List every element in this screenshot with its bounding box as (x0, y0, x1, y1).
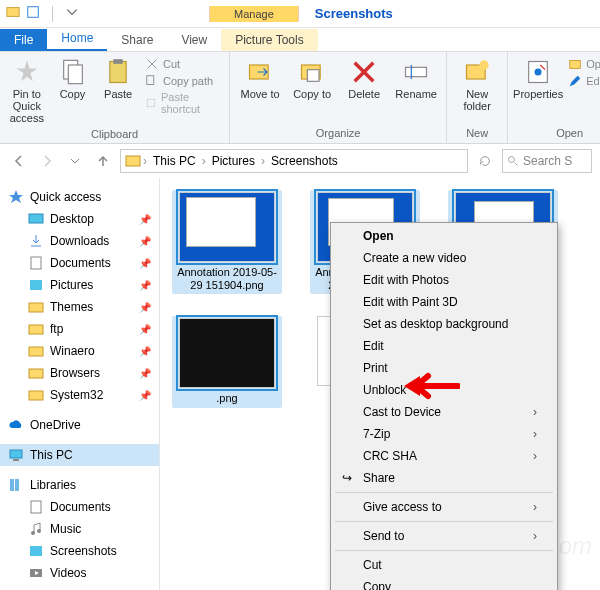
chevron-right-icon: › (533, 405, 537, 419)
file-name: Annotation 2019-05-29 151904.png (174, 266, 280, 292)
menu-create-video[interactable]: Create a new video (333, 247, 555, 269)
file-name: .png (216, 392, 237, 405)
open-button[interactable]: Open ▾ (566, 56, 600, 72)
breadcrumb-thispc[interactable]: This PC (149, 154, 200, 168)
pin-icon: 📌 (139, 302, 151, 313)
qat-properties-icon[interactable] (26, 5, 40, 22)
nav-quick-access[interactable]: Quick access (0, 186, 159, 208)
file-item[interactable]: .png (172, 316, 282, 407)
copy-label: Copy (60, 88, 86, 100)
chevron-right-icon: › (533, 500, 537, 514)
menu-copy[interactable]: Copy (333, 576, 555, 590)
pin-quick-access-button[interactable]: Pin to Quick access (6, 56, 48, 126)
cut-button[interactable]: Cut (143, 56, 223, 72)
copy-path-button[interactable]: Copy path (143, 73, 223, 89)
pin-icon: 📌 (139, 214, 151, 225)
menu-separator (335, 550, 553, 551)
file-item[interactable]: Annotation 2019-05-29 151904.png (172, 190, 282, 294)
breadcrumb-pictures[interactable]: Pictures (208, 154, 259, 168)
delete-button[interactable]: Delete (340, 56, 388, 102)
context-menu: Open Create a new video Edit with Photos… (330, 222, 558, 590)
menu-crc-sha[interactable]: CRC SHA› (333, 445, 555, 467)
breadcrumb-screenshots[interactable]: Screenshots (267, 154, 342, 168)
breadcrumb[interactable]: › This PC › Pictures › Screenshots (120, 149, 468, 173)
move-to-button[interactable]: Move to (236, 56, 284, 102)
nav-ftp[interactable]: ftp📌 (0, 318, 159, 340)
nav-lib-music[interactable]: Music (0, 518, 159, 540)
tab-home[interactable]: Home (47, 27, 107, 51)
menu-share[interactable]: ↪Share (333, 467, 555, 489)
forward-button (36, 150, 58, 172)
svg-rect-29 (10, 450, 22, 458)
svg-rect-24 (29, 303, 43, 312)
nav-lib-documents[interactable]: Documents (0, 496, 159, 518)
nav-lib-screenshots[interactable]: Screenshots (0, 540, 159, 562)
svg-rect-27 (29, 369, 43, 378)
nav-system32[interactable]: System32📌 (0, 384, 159, 406)
new-folder-button[interactable]: New folder (453, 56, 501, 114)
edit-button[interactable]: Edit (566, 73, 600, 89)
menu-separator (335, 492, 553, 493)
svg-point-34 (31, 531, 35, 535)
paste-shortcut-button[interactable]: Paste shortcut (143, 90, 223, 116)
menu-send-to[interactable]: Send to› (333, 525, 555, 547)
menu-edit-photos[interactable]: Edit with Photos (333, 269, 555, 291)
app-icon (6, 5, 20, 22)
tab-view[interactable]: View (167, 29, 221, 51)
menu-open[interactable]: Open (333, 225, 555, 247)
menu-cut[interactable]: Cut (333, 554, 555, 576)
paste-button[interactable]: Paste (97, 56, 139, 102)
window-title: Screenshots (315, 6, 393, 21)
contextual-tab-header: Manage (209, 6, 299, 22)
search-input[interactable]: Search S (502, 149, 592, 173)
thumbnail (179, 318, 275, 388)
nav-pictures[interactable]: Pictures📌 (0, 274, 159, 296)
back-button[interactable] (8, 150, 30, 172)
rename-button[interactable]: Rename (392, 56, 440, 102)
svg-rect-17 (570, 61, 581, 69)
qat-divider (52, 6, 53, 22)
nav-this-pc[interactable]: This PC (0, 444, 159, 466)
menu-set-background[interactable]: Set as desktop background (333, 313, 555, 335)
pin-icon: 📌 (139, 280, 151, 291)
nav-libraries[interactable]: Libraries (0, 474, 159, 496)
svg-point-35 (37, 529, 41, 533)
chevron-right-icon[interactable]: › (202, 154, 206, 168)
nav-winaero[interactable]: Winaero📌 (0, 340, 159, 362)
copy-to-button[interactable]: Copy to (288, 56, 336, 102)
svg-rect-10 (307, 70, 319, 82)
menu-edit[interactable]: Edit (333, 335, 555, 357)
menu-7zip[interactable]: 7-Zip› (333, 423, 555, 445)
refresh-button[interactable] (474, 150, 496, 172)
nav-desktop[interactable]: Desktop📌 (0, 208, 159, 230)
svg-line-20 (515, 163, 518, 166)
menu-print[interactable]: Print (333, 357, 555, 379)
nav-browsers[interactable]: Browsers📌 (0, 362, 159, 384)
recent-button[interactable] (64, 150, 86, 172)
tab-picture-tools[interactable]: Picture Tools (221, 29, 317, 51)
menu-edit-paint3d[interactable]: Edit with Paint 3D (333, 291, 555, 313)
menu-unblock[interactable]: Unblock (333, 379, 555, 401)
svg-point-16 (535, 69, 542, 76)
up-button[interactable] (92, 150, 114, 172)
nav-downloads[interactable]: Downloads📌 (0, 230, 159, 252)
nav-onedrive[interactable]: OneDrive (0, 414, 159, 436)
properties-button[interactable]: Properties (514, 56, 562, 102)
tab-file[interactable]: File (0, 29, 47, 51)
svg-rect-11 (406, 67, 427, 76)
tab-share[interactable]: Share (107, 29, 167, 51)
svg-rect-23 (30, 280, 42, 290)
menu-cast-to-device[interactable]: Cast to Device› (333, 401, 555, 423)
svg-rect-32 (15, 479, 19, 491)
svg-rect-18 (126, 156, 140, 166)
qat-dropdown-icon[interactable] (65, 5, 79, 22)
nav-lib-videos[interactable]: Videos (0, 562, 159, 584)
nav-themes[interactable]: Themes📌 (0, 296, 159, 318)
navigation-pane: Quick access Desktop📌 Downloads📌 Documen… (0, 178, 160, 590)
copy-button[interactable]: Copy (52, 56, 94, 102)
nav-documents[interactable]: Documents📌 (0, 252, 159, 274)
pin-icon: 📌 (139, 368, 151, 379)
chevron-right-icon[interactable]: › (143, 154, 147, 168)
menu-give-access[interactable]: Give access to› (333, 496, 555, 518)
chevron-right-icon[interactable]: › (261, 154, 265, 168)
